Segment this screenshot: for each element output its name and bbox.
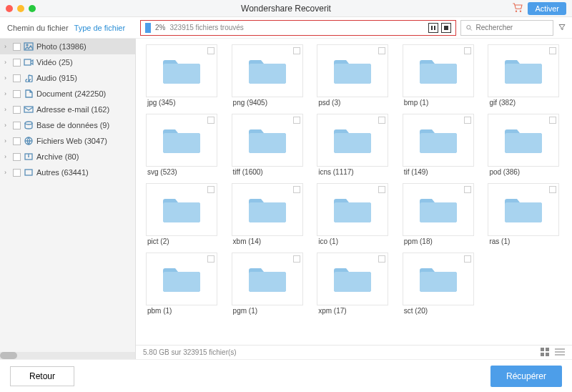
folder-checkbox[interactable] [293, 117, 300, 124]
folder-thumbnail[interactable] [488, 44, 559, 97]
sidebar-checkbox[interactable] [13, 169, 21, 177]
recover-button[interactable]: Récupérer [490, 366, 562, 387]
folder-checkbox[interactable] [464, 47, 471, 54]
folder-item[interactable]: sct (20) [403, 253, 474, 315]
folder-thumbnail[interactable] [488, 114, 559, 167]
minimize-window[interactable] [17, 5, 24, 12]
list-view-button[interactable] [555, 348, 565, 358]
folder-thumbnail[interactable] [146, 183, 217, 236]
folder-thumbnail[interactable] [317, 183, 388, 236]
folder-checkbox[interactable] [207, 255, 214, 263]
tab-file-type[interactable]: Type de fichier [73, 21, 127, 35]
sidebar-item-database[interactable]: ›Base de données (9) [0, 117, 135, 133]
folder-thumbnail[interactable] [146, 253, 217, 305]
folder-thumbnail[interactable] [403, 183, 474, 236]
folder-checkbox[interactable] [293, 47, 300, 54]
sidebar-checkbox[interactable] [13, 59, 21, 67]
folder-item[interactable]: png (9405) [232, 44, 303, 107]
folder-checkbox[interactable] [549, 186, 556, 193]
folder-checkbox[interactable] [378, 117, 385, 124]
window-controls [6, 5, 36, 12]
folder-thumbnail[interactable] [403, 44, 474, 97]
pause-scan-button[interactable] [428, 23, 438, 33]
folder-checkbox[interactable] [207, 117, 214, 124]
sidebar-scrollbar[interactable] [0, 352, 135, 359]
folder-item[interactable]: tiff (1600) [232, 114, 303, 176]
svg-rect-11 [546, 348, 549, 351]
folder-item[interactable]: icns (1117) [317, 114, 388, 176]
folder-checkbox[interactable] [293, 255, 300, 263]
cart-icon[interactable] [512, 2, 523, 15]
tab-file-path[interactable]: Chemin du fichier [6, 21, 70, 35]
folder-item[interactable]: ico (1) [317, 183, 388, 245]
folder-thumbnail[interactable] [317, 253, 388, 305]
sidebar-checkbox[interactable] [13, 106, 21, 114]
folder-checkbox[interactable] [464, 255, 471, 263]
folder-checkbox[interactable] [549, 117, 556, 124]
folder-checkbox[interactable] [464, 186, 471, 193]
folder-checkbox[interactable] [207, 186, 214, 193]
sidebar-item-other[interactable]: ›Autres (63441) [0, 165, 135, 180]
back-button[interactable]: Retour [10, 366, 74, 386]
search-input[interactable] [476, 24, 549, 31]
folder-checkbox[interactable] [464, 117, 471, 124]
folder-checkbox[interactable] [378, 186, 385, 193]
folder-thumbnail[interactable] [488, 183, 559, 236]
sidebar-checkbox[interactable] [13, 90, 21, 98]
sidebar-checkbox[interactable] [13, 137, 21, 145]
filter-button[interactable] [558, 23, 566, 33]
folder-item[interactable]: gif (382) [488, 44, 559, 107]
folder-thumbnail[interactable] [232, 44, 303, 97]
sidebar-item-video[interactable]: ›Vidéo (25) [0, 54, 135, 70]
folder-thumbnail[interactable] [232, 253, 303, 305]
folder-thumbnail[interactable] [403, 114, 474, 167]
folder-item[interactable]: ras (1) [488, 183, 559, 245]
folder-item[interactable]: pict (2) [146, 183, 217, 245]
folder-item[interactable]: tif (149) [403, 114, 474, 176]
progress-status: 323915 fichiers trouvés [169, 24, 243, 31]
folder-thumbnail[interactable] [317, 114, 388, 167]
footer: Retour Récupérer [0, 359, 572, 392]
chevron-right-icon: › [4, 59, 10, 66]
stop-scan-button[interactable] [441, 23, 451, 33]
folder-checkbox[interactable] [378, 255, 385, 263]
folder-item[interactable]: bmp (1) [403, 44, 474, 107]
grid-icon [541, 348, 551, 356]
folder-item[interactable]: pod (386) [488, 114, 559, 176]
folder-checkbox[interactable] [549, 47, 556, 54]
folder-thumbnail[interactable] [232, 114, 303, 167]
folder-thumbnail[interactable] [232, 183, 303, 236]
folder-checkbox[interactable] [293, 186, 300, 193]
folder-checkbox[interactable] [378, 47, 385, 54]
folder-thumbnail[interactable] [317, 44, 388, 97]
folder-item[interactable]: xbm (14) [232, 183, 303, 245]
folder-item[interactable]: pgm (1) [232, 253, 303, 315]
folder-item[interactable]: xpm (17) [317, 253, 388, 315]
folder-thumbnail[interactable] [146, 114, 217, 167]
sidebar-checkbox[interactable] [13, 153, 21, 161]
sidebar-item-document[interactable]: ›Document (242250) [0, 86, 135, 102]
sidebar-checkbox[interactable] [13, 122, 21, 129]
sidebar-item-archive[interactable]: ›Archive (80) [0, 149, 135, 165]
sidebar-item-email[interactable]: ›Adresse e-mail (162) [0, 102, 135, 117]
search-box[interactable] [460, 20, 553, 36]
folder-item[interactable]: svg (523) [146, 114, 217, 176]
activate-button[interactable]: Activer [528, 2, 566, 15]
sidebar-checkbox[interactable] [13, 74, 21, 82]
folder-thumbnail[interactable] [146, 44, 217, 97]
sidebar-item-photo[interactable]: ›Photo (13986) [0, 39, 135, 54]
folder-checkbox[interactable] [207, 47, 214, 54]
maximize-window[interactable] [29, 5, 36, 12]
folder-thumbnail[interactable] [403, 253, 474, 305]
folder-item[interactable]: psd (3) [317, 44, 388, 107]
sidebar-item-label: Adresse e-mail (162) [36, 105, 109, 114]
close-window[interactable] [6, 5, 13, 12]
sidebar-checkbox[interactable] [13, 43, 21, 51]
grid-view-button[interactable] [541, 348, 551, 358]
folder-item[interactable]: jpg (345) [146, 44, 217, 107]
sidebar-item-web[interactable]: ›Fichiers Web (3047) [0, 133, 135, 149]
folder-item[interactable]: pbm (1) [146, 253, 217, 315]
folder-icon [246, 263, 289, 295]
folder-item[interactable]: ppm (18) [403, 183, 474, 245]
sidebar-item-audio[interactable]: ›Audio (915) [0, 70, 135, 86]
